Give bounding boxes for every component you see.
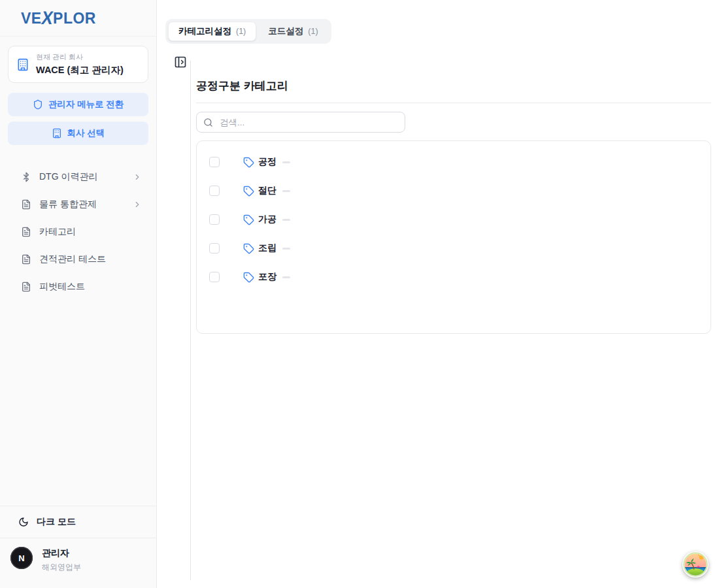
tag-icon bbox=[243, 186, 254, 197]
vexplor-logo: VEXPLOR bbox=[21, 8, 96, 27]
avatar: N bbox=[10, 547, 33, 569]
category-label: 가공 bbox=[258, 214, 276, 225]
user-name: 관리자 bbox=[42, 547, 81, 559]
category-label: 조립 bbox=[258, 242, 276, 254]
sidebar-nav: DTG 이력관리 물류 통합관제 카테고리 견적관리 테스트 bbox=[0, 163, 156, 301]
row-dash bbox=[282, 248, 290, 250]
select-company-button[interactable]: 회사 선택 bbox=[8, 122, 148, 145]
page-title: 공정구분 카테고리 bbox=[196, 78, 288, 93]
company-card-label: 현재 관리 회사 bbox=[36, 52, 124, 62]
document-icon bbox=[21, 227, 31, 237]
search-box bbox=[196, 112, 405, 133]
category-row: 공정 bbox=[197, 148, 711, 176]
category-row: 포장 bbox=[197, 263, 711, 291]
chevron-right-icon bbox=[133, 200, 142, 209]
checkbox[interactable] bbox=[209, 272, 220, 282]
dark-mode-label: 다크 모드 bbox=[37, 516, 76, 528]
row-dash bbox=[282, 190, 290, 192]
category-label: 포장 bbox=[258, 271, 276, 283]
sidebar-item-label: 견적관리 테스트 bbox=[39, 253, 106, 265]
sidebar-item-label: 피벗테스트 bbox=[39, 281, 85, 293]
sidebar-item-logistics-control[interactable]: 물류 통합관제 bbox=[8, 191, 148, 218]
category-label: 공정 bbox=[258, 156, 276, 168]
checkbox[interactable] bbox=[209, 186, 220, 196]
document-icon bbox=[21, 254, 31, 265]
sidebar-item-dtg-history[interactable]: DTG 이력관리 bbox=[8, 163, 148, 191]
dark-mode-toggle[interactable]: 다크 모드 bbox=[0, 506, 156, 538]
sidebar-item-label: DTG 이력관리 bbox=[39, 171, 97, 183]
tag-icon bbox=[243, 243, 254, 254]
row-dash bbox=[282, 219, 290, 221]
row-dash bbox=[282, 276, 290, 278]
building-icon bbox=[16, 58, 29, 71]
checkbox[interactable] bbox=[209, 243, 220, 253]
shield-icon bbox=[33, 99, 43, 110]
sidebar-item-quote-test[interactable]: 견적관리 테스트 bbox=[8, 246, 148, 273]
category-row: 가공 bbox=[197, 205, 711, 234]
bluetooth-icon bbox=[21, 172, 31, 182]
user-profile[interactable]: N 관리자 해외영업부 bbox=[0, 538, 156, 588]
title-divider bbox=[196, 103, 711, 103]
user-department: 해외영업부 bbox=[42, 562, 81, 573]
document-icon bbox=[21, 282, 31, 292]
search-icon bbox=[203, 118, 213, 127]
category-panel: 공정구분 카테고리 공정 절단 bbox=[196, 0, 711, 588]
tag-icon bbox=[243, 214, 254, 225]
tag-icon bbox=[243, 272, 254, 283]
switch-admin-menu-button[interactable]: 관리자 메뉴로 전환 bbox=[8, 93, 148, 116]
sidebar-item-category[interactable]: 카테고리 bbox=[8, 218, 148, 246]
logo-area: VEXPLOR bbox=[0, 0, 156, 37]
panel-toggle-icon[interactable] bbox=[174, 56, 187, 69]
sidebar: VEXPLOR 현재 관리 회사 WACE (최고 관리자) 관리자 메뉴로 전… bbox=[0, 0, 157, 588]
company-name: WACE (최고 관리자) bbox=[36, 64, 124, 76]
checkbox[interactable] bbox=[209, 214, 220, 225]
category-list-card: 공정 절단 가공 bbox=[196, 140, 711, 334]
category-row: 절단 bbox=[197, 176, 711, 205]
chevron-right-icon bbox=[133, 172, 142, 182]
select-company-label: 회사 선택 bbox=[67, 127, 105, 139]
checkbox[interactable] bbox=[209, 157, 220, 167]
category-label: 절단 bbox=[258, 185, 276, 197]
row-dash bbox=[282, 161, 290, 163]
sidebar-item-pivot-test[interactable]: 피벗테스트 bbox=[8, 273, 148, 301]
document-icon bbox=[21, 199, 31, 210]
sidebar-item-label: 카테고리 bbox=[39, 226, 76, 238]
switch-admin-menu-label: 관리자 메뉴로 전환 bbox=[48, 99, 124, 110]
building-icon bbox=[52, 128, 62, 139]
panel-divider bbox=[190, 61, 191, 580]
island-icon bbox=[682, 551, 709, 578]
search-input[interactable] bbox=[218, 117, 398, 128]
tag-icon bbox=[243, 157, 254, 168]
current-company-card: 현재 관리 회사 WACE (최고 관리자) bbox=[8, 46, 148, 83]
sidebar-item-label: 물류 통합관제 bbox=[39, 199, 97, 210]
main-content: 카테고리설정 (1) 코드설정 (1) 공정구분 카테고리 공정 bbox=[157, 0, 719, 588]
category-row: 조립 bbox=[197, 234, 711, 263]
moon-icon bbox=[18, 517, 29, 527]
island-widget-button[interactable] bbox=[682, 551, 709, 578]
